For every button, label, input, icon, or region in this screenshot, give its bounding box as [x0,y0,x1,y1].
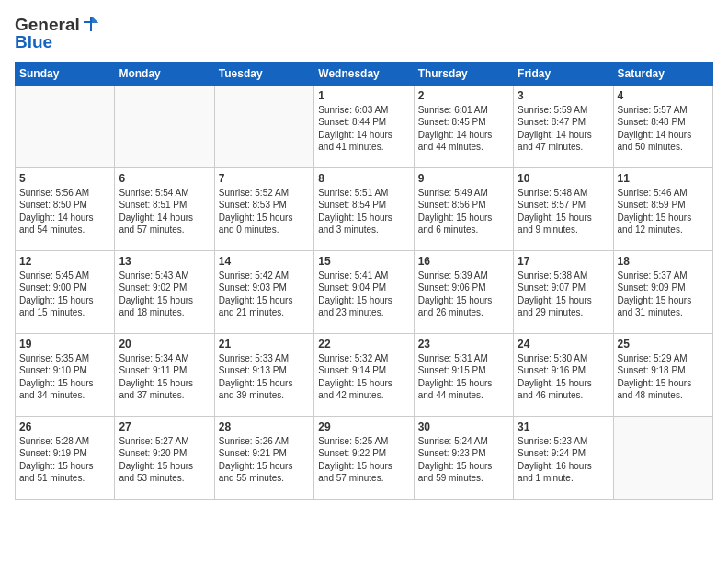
day-info: Sunrise: 5:35 AM Sunset: 9:10 PM Dayligh… [19,352,110,402]
day-info: Sunrise: 5:49 AM Sunset: 8:56 PM Dayligh… [418,187,509,236]
week-row-5: 26Sunrise: 5:28 AM Sunset: 9:19 PM Dayli… [16,416,713,499]
calendar-cell: 2Sunrise: 6:01 AM Sunset: 8:45 PM Daylig… [414,85,513,167]
day-number: 28 [219,420,310,433]
calendar-cell: 30Sunrise: 5:24 AM Sunset: 9:23 PM Dayli… [414,416,513,499]
weekday-header-tuesday: Tuesday [214,62,313,85]
day-number: 13 [119,255,210,268]
day-info: Sunrise: 5:52 AM Sunset: 8:53 PM Dayligh… [219,187,310,236]
calendar-cell: 26Sunrise: 5:28 AM Sunset: 9:19 PM Dayli… [16,416,115,499]
calendar-cell: 21Sunrise: 5:33 AM Sunset: 9:13 PM Dayli… [214,333,313,416]
calendar-cell: 24Sunrise: 5:30 AM Sunset: 9:16 PM Dayli… [514,333,613,416]
week-row-4: 19Sunrise: 5:35 AM Sunset: 9:10 PM Dayli… [16,333,713,416]
weekday-header-saturday: Saturday [613,62,712,85]
logo-blue-label: Blue [15,33,52,52]
calendar-cell: 27Sunrise: 5:27 AM Sunset: 9:20 PM Dayli… [115,416,214,499]
weekday-header-monday: Monday [115,62,214,85]
calendar-cell: 22Sunrise: 5:32 AM Sunset: 9:14 PM Dayli… [314,333,414,416]
day-info: Sunrise: 5:43 AM Sunset: 9:02 PM Dayligh… [119,270,210,319]
calendar-cell: 16Sunrise: 5:39 AM Sunset: 9:06 PM Dayli… [414,250,513,333]
day-number: 8 [318,172,409,185]
day-number: 7 [219,172,310,185]
calendar-cell: 19Sunrise: 5:35 AM Sunset: 9:10 PM Dayli… [16,333,115,416]
logo-flag-icon [80,15,100,35]
week-row-2: 5Sunrise: 5:56 AM Sunset: 8:50 PM Daylig… [16,167,713,250]
day-number: 5 [19,172,110,185]
calendar-cell: 17Sunrise: 5:38 AM Sunset: 9:07 PM Dayli… [514,250,613,333]
day-number: 3 [518,89,609,102]
calendar-cell: 29Sunrise: 5:25 AM Sunset: 9:22 PM Dayli… [314,416,414,499]
day-number: 4 [618,89,709,102]
day-number: 27 [119,420,210,433]
day-number: 24 [518,338,609,350]
calendar-cell: 6Sunrise: 5:54 AM Sunset: 8:51 PM Daylig… [115,167,214,250]
day-info: Sunrise: 5:31 AM Sunset: 9:15 PM Dayligh… [418,352,509,402]
day-info: Sunrise: 5:33 AM Sunset: 9:13 PM Dayligh… [219,352,310,402]
day-number: 11 [618,172,709,185]
day-number: 17 [518,255,609,268]
weekday-header-friday: Friday [514,62,613,85]
day-info: Sunrise: 5:41 AM Sunset: 9:04 PM Dayligh… [318,270,409,319]
calendar-cell: 25Sunrise: 5:29 AM Sunset: 9:18 PM Dayli… [613,333,712,416]
day-info: Sunrise: 6:01 AM Sunset: 8:45 PM Dayligh… [418,104,509,154]
day-number: 20 [119,338,210,350]
calendar-cell: 1Sunrise: 6:03 AM Sunset: 8:44 PM Daylig… [314,85,414,167]
day-info: Sunrise: 5:57 AM Sunset: 8:48 PM Dayligh… [618,104,709,154]
calendar-cell: 28Sunrise: 5:26 AM Sunset: 9:21 PM Dayli… [214,416,313,499]
page-header: General Blue [15,15,713,52]
day-info: Sunrise: 5:48 AM Sunset: 8:57 PM Dayligh… [518,187,609,236]
day-info: Sunrise: 5:42 AM Sunset: 9:03 PM Dayligh… [219,270,310,319]
calendar-table: SundayMondayTuesdayWednesdayThursdayFrid… [15,62,713,500]
day-number: 15 [318,255,409,268]
weekday-header-sunday: Sunday [16,62,115,85]
day-info: Sunrise: 5:23 AM Sunset: 9:24 PM Dayligh… [518,435,609,485]
week-row-1: 1Sunrise: 6:03 AM Sunset: 8:44 PM Daylig… [16,85,713,167]
calendar-cell: 7Sunrise: 5:52 AM Sunset: 8:53 PM Daylig… [214,167,313,250]
day-number: 12 [19,255,110,268]
day-info: Sunrise: 5:29 AM Sunset: 9:18 PM Dayligh… [618,352,709,402]
page-container: General Blue SundayMondayTuesdayWednesda… [0,0,728,509]
day-number: 18 [618,255,709,268]
day-number: 14 [219,255,310,268]
calendar-cell: 13Sunrise: 5:43 AM Sunset: 9:02 PM Dayli… [115,250,214,333]
calendar-cell: 31Sunrise: 5:23 AM Sunset: 9:24 PM Dayli… [514,416,613,499]
day-info: Sunrise: 5:26 AM Sunset: 9:21 PM Dayligh… [219,435,310,485]
calendar-cell: 11Sunrise: 5:46 AM Sunset: 8:59 PM Dayli… [613,167,712,250]
calendar-cell: 5Sunrise: 5:56 AM Sunset: 8:50 PM Daylig… [16,167,115,250]
day-number: 29 [318,420,409,433]
calendar-cell: 12Sunrise: 5:45 AM Sunset: 9:00 PM Dayli… [16,250,115,333]
calendar-cell: 23Sunrise: 5:31 AM Sunset: 9:15 PM Dayli… [414,333,513,416]
day-info: Sunrise: 5:51 AM Sunset: 8:54 PM Dayligh… [318,187,409,236]
day-info: Sunrise: 5:56 AM Sunset: 8:50 PM Dayligh… [19,187,110,236]
calendar-cell: 9Sunrise: 5:49 AM Sunset: 8:56 PM Daylig… [414,167,513,250]
calendar-cell: 10Sunrise: 5:48 AM Sunset: 8:57 PM Dayli… [514,167,613,250]
calendar-cell: 14Sunrise: 5:42 AM Sunset: 9:03 PM Dayli… [214,250,313,333]
day-info: Sunrise: 5:28 AM Sunset: 9:19 PM Dayligh… [19,435,110,485]
weekday-header-wednesday: Wednesday [314,62,414,85]
day-number: 16 [418,255,509,268]
day-number: 9 [418,172,509,185]
calendar-cell [214,85,313,167]
day-info: Sunrise: 5:45 AM Sunset: 9:00 PM Dayligh… [19,270,110,319]
calendar-cell: 3Sunrise: 5:59 AM Sunset: 8:47 PM Daylig… [514,85,613,167]
day-number: 1 [318,89,409,102]
calendar-cell [613,416,712,499]
calendar-cell: 8Sunrise: 5:51 AM Sunset: 8:54 PM Daylig… [314,167,414,250]
day-info: Sunrise: 5:32 AM Sunset: 9:14 PM Dayligh… [318,352,409,402]
day-number: 26 [19,420,110,433]
day-info: Sunrise: 5:38 AM Sunset: 9:07 PM Dayligh… [518,270,609,319]
day-info: Sunrise: 5:54 AM Sunset: 8:51 PM Dayligh… [119,187,210,236]
calendar-cell [115,85,214,167]
day-info: Sunrise: 5:30 AM Sunset: 9:16 PM Dayligh… [518,352,609,402]
day-number: 19 [19,338,110,350]
day-info: Sunrise: 5:34 AM Sunset: 9:11 PM Dayligh… [119,352,210,402]
logo: General Blue [15,15,100,52]
day-number: 10 [518,172,609,185]
day-number: 2 [418,89,509,102]
day-info: Sunrise: 5:24 AM Sunset: 9:23 PM Dayligh… [418,435,509,485]
day-number: 25 [618,338,709,350]
weekday-header-row: SundayMondayTuesdayWednesdayThursdayFrid… [16,62,713,85]
calendar-cell: 20Sunrise: 5:34 AM Sunset: 9:11 PM Dayli… [115,333,214,416]
day-info: Sunrise: 5:27 AM Sunset: 9:20 PM Dayligh… [119,435,210,485]
day-info: Sunrise: 5:59 AM Sunset: 8:47 PM Dayligh… [518,104,609,154]
day-number: 22 [318,338,409,350]
